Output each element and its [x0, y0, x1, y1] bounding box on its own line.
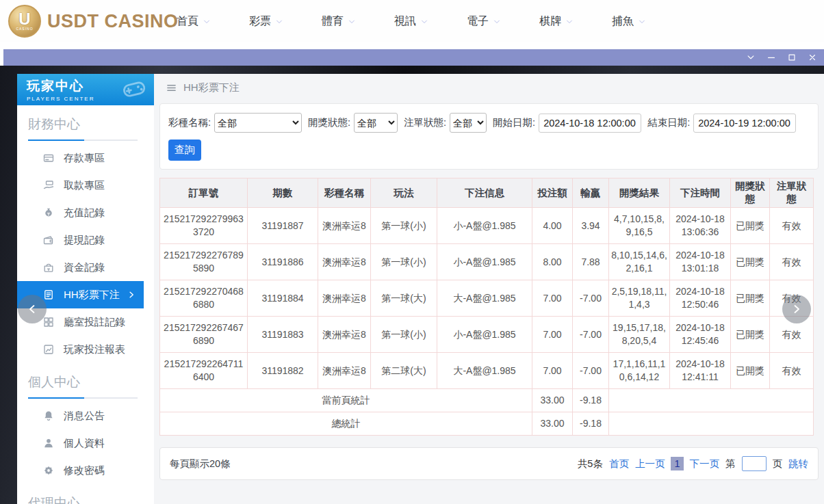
column-header: 期數: [248, 178, 318, 208]
nav-item-3[interactable]: 體育: [322, 14, 356, 29]
sidebar-item-1-1[interactable]: 個人資料: [17, 429, 154, 457]
sidebar-item-0-4[interactable]: 資金記錄: [17, 254, 154, 281]
table-cell: 已開獎: [731, 208, 770, 244]
pagination-bar: 每頁顯示20條 共5条 首页 上一页 1 下一页 第 页 跳转: [159, 447, 819, 480]
usdt-coin-icon: U CASINO: [8, 5, 41, 38]
table-cell: 小-A盤@1.985: [437, 208, 532, 244]
lottery-type-select[interactable]: 全部: [214, 113, 302, 133]
hamburger-icon[interactable]: [166, 83, 177, 93]
logo[interactable]: U CASINO USDT CASINO: [8, 5, 179, 38]
table-cell: -7.00: [573, 280, 609, 317]
nav-item-2[interactable]: 彩票: [249, 14, 283, 29]
nav-item-6[interactable]: 棋牌: [539, 14, 574, 29]
draw-status-label: 開獎狀態:: [308, 116, 350, 129]
order-status-select[interactable]: 全部: [450, 113, 487, 133]
nav-item-label: 棋牌: [539, 14, 561, 29]
sidebar-item-0-2[interactable]: 充值記錄: [17, 199, 154, 226]
window-titlebar[interactable]: [3, 49, 824, 66]
table-cell: 第一球(小): [371, 244, 437, 280]
sidebar-item-0-1[interactable]: 取款專區: [17, 172, 154, 199]
sidebar-item-label: 存款專區: [64, 152, 105, 165]
table-cell: 4.00: [532, 208, 573, 244]
summary-label: 總統計: [160, 412, 532, 436]
table-cell: 澳洲幸运8: [318, 353, 371, 389]
logo-text: USDT CASINO: [47, 11, 179, 32]
summary-win-loss: -9.18: [573, 389, 609, 412]
filter-panel: 彩種名稱: 全部 開獎狀態: 全部 注單狀態: 全部 開始日期:: [159, 103, 819, 170]
table-cell: 3.94: [573, 208, 609, 244]
first-page-link[interactable]: 首页: [609, 457, 629, 470]
lottery-type-label: 彩種名稱:: [168, 116, 211, 129]
table-cell: 2024-10-18 12:41:11: [670, 353, 731, 389]
sidebar-item-0-7[interactable]: 玩家投注報表: [17, 336, 154, 363]
column-header: 開獎結果: [609, 178, 670, 208]
page-title: HH彩票下注: [183, 81, 240, 94]
sidebar-section-title: 個人中心: [28, 373, 154, 391]
close-icon[interactable]: [808, 53, 817, 62]
table-cell: 有效: [770, 208, 814, 244]
table-cell: 31191882: [248, 353, 318, 389]
content-scroll-right-button[interactable]: [782, 295, 811, 323]
table-cell: 2152172922799633720: [160, 208, 248, 244]
sidebar-item-1-0[interactable]: 消息公告: [17, 402, 154, 429]
table-cell: 2024-10-18 13:06:36: [670, 208, 731, 244]
table-cell: 第一球(小): [371, 317, 437, 353]
nav-item-label: 捕魚: [612, 14, 634, 29]
sidebar: 玩家中心 PLAYERS CENTER 財務中心存款專區取款專區充值記錄提現記錄…: [17, 74, 154, 504]
table-cell: 澳洲幸运8: [318, 244, 371, 280]
sidebar-item-0-0[interactable]: 存款專區: [17, 144, 154, 172]
withdrawal-record-icon: [43, 235, 54, 246]
table-cell: 7.00: [532, 353, 573, 389]
table-cell: 7.00: [532, 280, 573, 317]
nav-item-label: 視訊: [394, 14, 416, 29]
column-header: 開獎狀態: [731, 178, 770, 208]
column-header: 下注時間: [670, 178, 731, 208]
table-cell: 31191886: [248, 244, 318, 280]
sidebar-item-label: 消息公告: [64, 410, 105, 423]
summary-bet-total: 33.00: [532, 389, 573, 412]
nav-item-label: 電子: [467, 14, 489, 29]
query-button[interactable]: 查詢: [168, 140, 201, 161]
sidebar-item-label: 資金記錄: [64, 261, 105, 274]
table-row: 215217292267467689031191883澳洲幸运8第一球(小)小-…: [160, 317, 814, 353]
nav-item-1[interactable]: 首頁: [177, 14, 211, 29]
main-content: HH彩票下注 彩種名稱: 全部 開獎狀態: 全部 注單狀態: 全部: [154, 74, 824, 504]
table-cell: 7.00: [532, 317, 573, 353]
gear-icon: [43, 465, 54, 476]
start-date-input[interactable]: [539, 114, 641, 133]
nav-item-5[interactable]: 電子: [467, 14, 501, 29]
chevron-down-icon[interactable]: [746, 53, 756, 62]
table-cell: 有效: [770, 244, 814, 280]
sidebar-item-1-2[interactable]: 修改密碼: [17, 457, 154, 484]
chevron-down-icon: [493, 18, 501, 26]
chevron-down-icon: [203, 18, 211, 26]
section-divider: [28, 140, 138, 141]
prev-page-link[interactable]: 上一页: [635, 457, 665, 470]
table-cell: 大-A盤@1.985: [437, 280, 532, 317]
column-header: 輸贏: [573, 178, 609, 208]
jump-button[interactable]: 跳转: [788, 457, 808, 470]
table-cell: 8,10,15,14,6,2,16,1: [609, 244, 670, 280]
table-cell: 第二球(大): [371, 353, 437, 389]
deposit-icon: [43, 152, 54, 163]
table-cell: 已開獎: [731, 353, 770, 389]
column-header: 注單狀態: [770, 178, 814, 208]
sidebar-item-0-3[interactable]: 提現記錄: [17, 226, 154, 254]
current-page-badge[interactable]: 1: [671, 457, 683, 470]
nav-item-4[interactable]: 視訊: [394, 14, 428, 29]
table-cell: 2024-10-18 12:50:46: [670, 280, 731, 317]
sidebar-section-title: 財務中心: [28, 116, 154, 133]
recharge-record-icon: [43, 207, 54, 218]
column-header: 彩種名稱: [318, 178, 371, 208]
end-date-input[interactable]: [693, 114, 796, 133]
draw-status-select[interactable]: 全部: [354, 113, 398, 133]
nav-item-7[interactable]: 捕魚: [612, 14, 646, 29]
total-count-text: 共5条: [578, 457, 603, 470]
table-cell: 已開獎: [731, 317, 770, 353]
next-page-link[interactable]: 下一页: [690, 457, 720, 470]
maximize-icon[interactable]: [787, 53, 797, 62]
minimize-icon[interactable]: [767, 53, 776, 62]
sidebar-collapse-button[interactable]: [18, 295, 47, 323]
chevron-down-icon: [638, 18, 646, 26]
jump-page-input[interactable]: [742, 456, 767, 471]
